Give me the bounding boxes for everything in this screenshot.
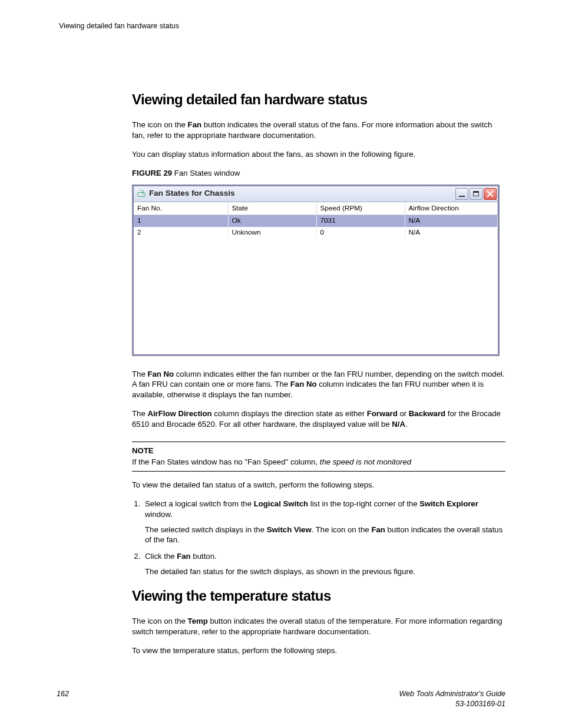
close-button[interactable] <box>484 188 497 200</box>
section1-p2: You can display status information about… <box>132 149 505 160</box>
section2-p2: To view the temperature status, perform … <box>132 645 505 656</box>
col-state[interactable]: State <box>228 202 316 215</box>
table-row[interactable]: 1Ok7031N/A <box>134 215 498 227</box>
fan-states-window: Fan States for Chassis Fan No. State Spe… <box>132 185 500 356</box>
after-fig-p3: The Fan No column indicates either the f… <box>132 369 505 400</box>
step-2-body: The detailed fan status for the switch d… <box>145 566 505 577</box>
note-body: If the Fan States window has no "Fan Spe… <box>132 457 505 467</box>
window-title: Fan States for Chassis <box>149 188 455 199</box>
doc-id: 53-1003169-01 <box>399 699 505 709</box>
steps-intro: To view the detailed fan status of a swi… <box>132 480 505 490</box>
fan-icon <box>136 189 146 199</box>
page-number: 162 <box>57 689 69 709</box>
after-fig-p4: The AirFlow Direction column displays th… <box>132 409 505 430</box>
doc-title: Web Tools Administrator's Guide <box>399 689 505 699</box>
note-label: NOTE <box>132 446 505 456</box>
minimize-button[interactable] <box>455 188 468 200</box>
steps-list: Select a logical switch from the Logical… <box>132 499 505 577</box>
note-rule-top <box>132 442 505 442</box>
step-1: Select a logical switch from the Logical… <box>143 499 505 545</box>
fan-states-table: Fan No. State Speed (RPM) Airflow Direct… <box>134 202 498 239</box>
page-footer: 162 Web Tools Administrator's Guide 53-1… <box>57 689 505 709</box>
step-1-body: The selected switch displays in the Swit… <box>145 525 505 546</box>
running-header: Viewing detailed fan hardware status <box>59 21 505 31</box>
figure29-caption: FIGURE 29 Fan States window <box>132 168 505 179</box>
table-row[interactable]: 2Unknown0N/A <box>134 227 498 239</box>
note-rule-bottom <box>132 471 505 472</box>
maximize-button[interactable] <box>470 188 482 200</box>
col-airflow[interactable]: Airflow Direction <box>405 202 498 215</box>
close-icon <box>487 190 494 197</box>
col-speed[interactable]: Speed (RPM) <box>316 202 405 215</box>
section1-heading: Viewing detailed fan hardware status <box>132 90 505 109</box>
col-fan-no[interactable]: Fan No. <box>134 202 228 215</box>
window-titlebar: Fan States for Chassis <box>134 186 498 202</box>
section2-heading: Viewing the temperature status <box>132 587 505 605</box>
step-2: Click the Fan button. The detailed fan s… <box>143 551 505 577</box>
section2-p1: The icon on the Temp button indicates th… <box>132 616 505 637</box>
section1-p1: The icon on the Fan button indicates the… <box>132 120 505 141</box>
